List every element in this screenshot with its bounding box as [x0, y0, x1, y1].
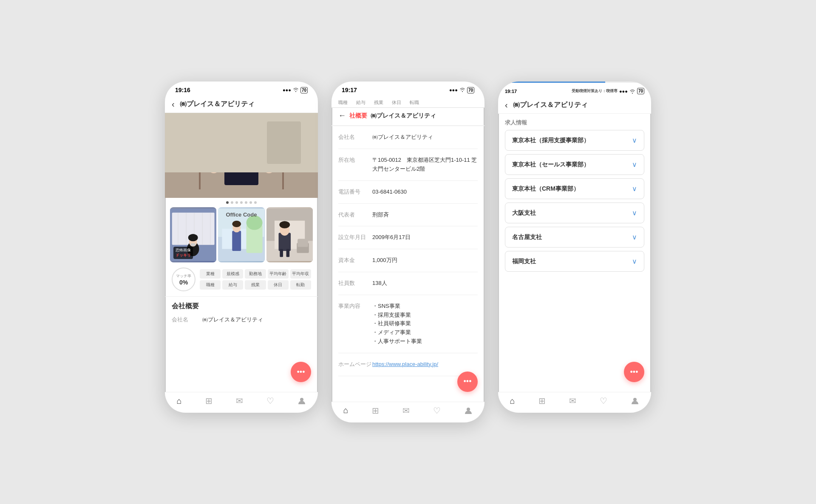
phone2-tabs: 職種 給与 残業 休日 転職 [332, 96, 484, 108]
gallery-item-3[interactable] [266, 207, 313, 262]
detail-row-employees: 社員数 138人 [338, 272, 478, 295]
svg-rect-45 [286, 249, 289, 257]
dot-7 [254, 201, 257, 204]
nav-profile-3[interactable] [631, 397, 639, 405]
back-button-1[interactable]: ‹ [172, 99, 175, 109]
nav-message-3[interactable]: ✉ [569, 396, 576, 406]
tag-transfer[interactable]: 転勤 [290, 280, 311, 290]
svg-rect-33 [232, 231, 241, 251]
signal-icon-2: ●●● [449, 87, 458, 93]
tag-avg-age[interactable]: 平均年齢 [268, 269, 289, 279]
nav-search-3[interactable]: ⊞ [538, 396, 546, 406]
nav-like-2[interactable]: ♡ [433, 405, 441, 416]
dot-1 [226, 201, 229, 204]
progress-bar-container [498, 82, 651, 83]
dot-2 [231, 201, 233, 204]
nav-message-2[interactable]: ✉ [402, 405, 410, 416]
tag-avg-salary[interactable]: 平均年収 [290, 269, 311, 279]
nav-like-3[interactable]: ♡ [600, 396, 607, 406]
tag-overtime[interactable]: 残業 [245, 280, 266, 290]
job-card-tokyo-crm[interactable]: 東京本社（CRM事業部） ∨ [505, 178, 644, 199]
tab-job-type-2[interactable]: 職種 [335, 98, 351, 107]
tag-industry[interactable]: 業種 [200, 269, 221, 279]
bottom-nav-3: ⌂ ⊞ ✉ ♡ [498, 392, 651, 413]
job-card-tokyo-hiring[interactable]: 東京本社（採用支援事業部） ∨ [505, 130, 644, 151]
svg-point-48 [633, 398, 637, 401]
fab-2[interactable]: ••• [457, 372, 478, 392]
back-button-2[interactable]: ← [338, 111, 346, 120]
svg-rect-4 [282, 172, 284, 189]
section-label-2: 社概要 [349, 112, 367, 120]
detail-row-phone: 電話番号 03-6841-0630 [338, 181, 478, 204]
tag-salary[interactable]: 給与 [222, 280, 243, 290]
match-section: マッチ率 0% 業種 規模感 勤務地 平均年齢 平均年収 職種 給与 残業 休日… [165, 262, 318, 296]
back-button-3[interactable]: ‹ [505, 100, 508, 110]
office-code-label: Office Code [218, 211, 264, 218]
svg-point-26 [188, 234, 198, 242]
nav-like-1[interactable]: ♡ [266, 396, 274, 406]
nav-home-3[interactable]: ⌂ [510, 396, 515, 406]
fab-1[interactable]: ••• [291, 362, 311, 382]
tab-overtime-2[interactable]: 残業 [371, 98, 387, 107]
dot-6 [249, 201, 252, 204]
company-overview-section: 会社概要 会社名 ㈱プレイス＆アビリティ [165, 296, 318, 329]
tab-holiday-2[interactable]: 休日 [388, 98, 405, 107]
battery-3: 70 [637, 88, 644, 94]
detail-row-company: 会社名 ㈱プレイス＆アビリティ [338, 126, 478, 149]
tag-job-type[interactable]: 職種 [200, 280, 221, 290]
company-title-3: ㈱プレイス＆アビリティ [513, 101, 588, 110]
fab-3[interactable]: ••• [624, 362, 644, 382]
dot-4 [240, 201, 243, 204]
hero-image-1 [165, 113, 318, 198]
nav-message-1[interactable]: ✉ [236, 396, 243, 406]
tag-holiday[interactable]: 休日 [268, 280, 289, 290]
tab-transfer-2[interactable]: 転職 [406, 98, 422, 107]
nav-search-2[interactable]: ⊞ [372, 405, 379, 416]
job-info-title: 求人情報 [505, 119, 644, 127]
battery-1: 70 [300, 87, 308, 93]
job-card-tokyo-sales[interactable]: 東京本社（セールス事業部） ∨ [505, 154, 644, 175]
gallery-row: 恐怖画像 ドッキリ [165, 207, 318, 262]
job-card-nagoya[interactable]: 名古屋支社 ∨ [505, 227, 644, 248]
tag-scale[interactable]: 規模感 [222, 269, 243, 279]
phone-1: 19:16 ●●● 70 ‹ ㈱プレイス＆アビリティ [165, 82, 318, 413]
nav-profile-2[interactable] [464, 406, 473, 415]
detail-row-rep: 代表者 刑部斉 [338, 204, 478, 227]
time-1: 19:16 [175, 87, 190, 93]
job-card-osaka[interactable]: 大阪支社 ∨ [505, 203, 644, 223]
dot-3 [235, 201, 238, 204]
job-card-fukuoka[interactable]: 福岡支社 ∨ [505, 251, 644, 272]
signal-icon: ●●● [283, 87, 291, 93]
svg-rect-40 [298, 239, 308, 247]
nav-header-3: ‹ ㈱プレイス＆アビリティ [498, 97, 651, 114]
detail-row-business: 事業内容 ・SNS事業 ・採用支援事業 ・社員研修事業 ・メディア事業 ・人事サ… [338, 295, 478, 353]
nav-home-2[interactable]: ⌂ [343, 405, 348, 415]
website-link[interactable]: https://www.place-ability.jp/ [372, 360, 478, 369]
tag-location[interactable]: 勤務地 [245, 269, 266, 279]
status-bar-1: 19:16 ●●● 70 [165, 82, 318, 96]
wifi-icon-3 [629, 89, 635, 94]
gallery-item-1[interactable]: 恐怖画像 ドッキリ [170, 207, 216, 262]
detail-row-website: ホームページ https://www.place-ability.jp/ [338, 353, 478, 376]
nav-home-1[interactable]: ⌂ [177, 396, 182, 406]
bottom-nav-2: ⌂ ⊞ ✉ ♡ [332, 402, 484, 422]
hero-person [165, 113, 318, 198]
smoking-notice: 受動喫煙対策あり：喫煙専 [572, 88, 618, 94]
gallery-item-2[interactable]: Office Code [218, 207, 264, 262]
company-name-row: 会社名 ㈱プレイス＆アビリティ [172, 316, 311, 324]
chevron-down-icon-2: ∨ [632, 185, 637, 193]
progress-bar [498, 82, 605, 83]
svg-rect-3 [199, 172, 201, 189]
company-title-1: ㈱プレイス＆アビリティ [180, 100, 255, 109]
svg-rect-44 [280, 249, 283, 257]
phones-container: 19:16 ●●● 70 ‹ ㈱プレイス＆アビリティ [165, 82, 651, 422]
dots-indicator [165, 198, 318, 207]
nav-search-1[interactable]: ⊞ [205, 396, 212, 406]
chevron-down-icon-5: ∨ [632, 257, 637, 265]
dot-5 [245, 201, 247, 204]
wifi-icon-2 [459, 87, 465, 93]
signal-icon-3: ●●● [619, 89, 628, 94]
status-bar-2: 19:17 ●●● 70 [332, 82, 484, 96]
nav-profile-1[interactable] [298, 397, 306, 405]
tab-salary-2[interactable]: 給与 [353, 98, 369, 107]
